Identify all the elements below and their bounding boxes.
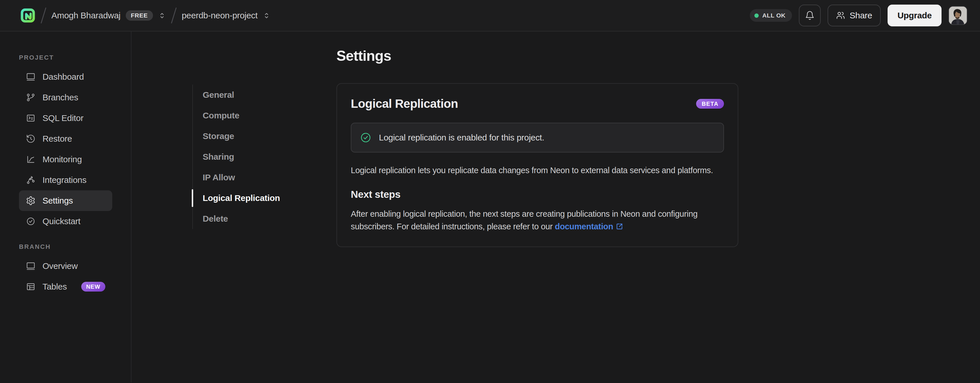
settings-nav: General Compute Storage Sharing IP Allow… <box>192 85 287 229</box>
breadcrumb-slash-icon <box>171 8 177 24</box>
bell-icon <box>805 11 815 21</box>
notifications-button[interactable] <box>799 5 821 26</box>
git-branch-icon <box>26 93 36 102</box>
sidebar-item-label: Monitoring <box>43 155 82 164</box>
alert-text: Logical replication is enabled for this … <box>379 133 544 142</box>
sidebar-item-overview[interactable]: Overview <box>19 256 112 276</box>
dashboard-icon <box>26 72 36 82</box>
settings-nav-delete[interactable]: Delete <box>193 209 287 229</box>
select-chevrons-icon <box>262 12 270 19</box>
chart-icon <box>26 155 36 164</box>
settings-nav-storage[interactable]: Storage <box>193 126 287 147</box>
breadcrumb-slash-icon <box>41 8 46 24</box>
workflow-icon <box>26 175 36 185</box>
settings-nav-general[interactable]: General <box>193 85 287 105</box>
replication-description: Logical replication lets you replicate d… <box>351 164 724 177</box>
main-content: General Compute Storage Sharing IP Allow… <box>132 32 980 382</box>
replication-enabled-alert: Logical replication is enabled for this … <box>351 123 724 152</box>
sidebar-item-label: SQL Editor <box>43 113 84 123</box>
sidebar-item-quickstart[interactable]: Quickstart <box>19 211 112 232</box>
settings-nav-sharing[interactable]: Sharing <box>193 147 287 167</box>
sidebar-item-sql-editor[interactable]: SQL Editor <box>19 108 112 128</box>
select-chevrons-icon <box>158 12 166 19</box>
next-steps-text: After enabling logical replication, the … <box>351 207 724 233</box>
success-check-icon <box>360 132 371 143</box>
sidebar-item-dashboard[interactable]: Dashboard <box>19 66 112 87</box>
account-name: Amogh Bharadwaj <box>51 11 121 21</box>
sidebar-item-label: Settings <box>43 196 73 206</box>
sidebar-item-label: Dashboard <box>43 72 84 82</box>
card-title: Logical Replication <box>351 97 458 111</box>
external-link-icon <box>616 222 624 231</box>
status-dot-icon <box>754 13 759 18</box>
sidebar-item-restore[interactable]: Restore <box>19 128 112 149</box>
next-steps-heading: Next steps <box>351 188 724 200</box>
sidebar-item-label: Quickstart <box>43 217 80 226</box>
settings-nav-compute[interactable]: Compute <box>193 105 287 126</box>
sidebar-item-label: Overview <box>43 261 78 271</box>
documentation-link-label: documentation <box>555 220 613 233</box>
sidebar-item-label: Restore <box>43 134 72 144</box>
sidebar-item-label: Tables <box>43 282 67 291</box>
check-circle-icon <box>26 217 36 226</box>
gear-icon <box>26 196 36 206</box>
settings-nav-ip-allow[interactable]: IP Allow <box>193 167 287 188</box>
beta-badge: BETA <box>696 99 724 109</box>
sidebar-item-label: Integrations <box>43 175 86 185</box>
next-steps-text-body: After enabling logical replication, the … <box>351 209 698 231</box>
sidebar-item-monitoring[interactable]: Monitoring <box>19 149 112 170</box>
top-bar: Amogh Bharadwaj FREE peerdb-neon-project… <box>0 0 980 32</box>
sidebar-item-label: Branches <box>43 93 78 102</box>
neon-logo-icon <box>20 8 36 23</box>
logical-replication-card: Logical Replication BETA Logical replica… <box>336 83 738 247</box>
sidebar: PROJECT Dashboard Branches SQL Editor <box>0 32 132 382</box>
page-title: Settings <box>336 47 738 64</box>
users-icon <box>836 11 845 20</box>
terminal-icon <box>26 113 36 123</box>
sidebar-section-branch: BRANCH <box>19 243 131 250</box>
upgrade-label: Upgrade <box>897 11 932 20</box>
status-badge[interactable]: ALL OK <box>750 9 792 22</box>
upgrade-button[interactable]: Upgrade <box>888 5 942 26</box>
browser-icon <box>26 261 36 271</box>
plan-badge: FREE <box>126 10 153 21</box>
status-label: ALL OK <box>762 12 785 19</box>
project-name: peerdb-neon-project <box>182 11 258 21</box>
new-badge: NEW <box>81 282 105 291</box>
sidebar-item-branches[interactable]: Branches <box>19 87 112 108</box>
neon-logo[interactable] <box>20 8 36 23</box>
sidebar-item-integrations[interactable]: Integrations <box>19 170 112 190</box>
history-icon <box>26 134 36 144</box>
org-breadcrumb-button[interactable]: Amogh Bharadwaj FREE <box>51 10 166 21</box>
sidebar-item-settings[interactable]: Settings <box>19 190 112 211</box>
sidebar-item-tables[interactable]: Tables NEW <box>19 276 112 297</box>
settings-nav-logical-replication[interactable]: Logical Replication <box>193 188 287 209</box>
project-breadcrumb-button[interactable]: peerdb-neon-project <box>182 11 270 21</box>
share-button[interactable]: Share <box>827 5 881 26</box>
share-label: Share <box>850 11 872 21</box>
avatar-photo <box>949 6 967 24</box>
documentation-link[interactable]: documentation <box>555 220 624 233</box>
user-avatar[interactable] <box>948 6 967 25</box>
table-icon <box>26 282 36 291</box>
sidebar-section-project: PROJECT <box>19 54 131 61</box>
